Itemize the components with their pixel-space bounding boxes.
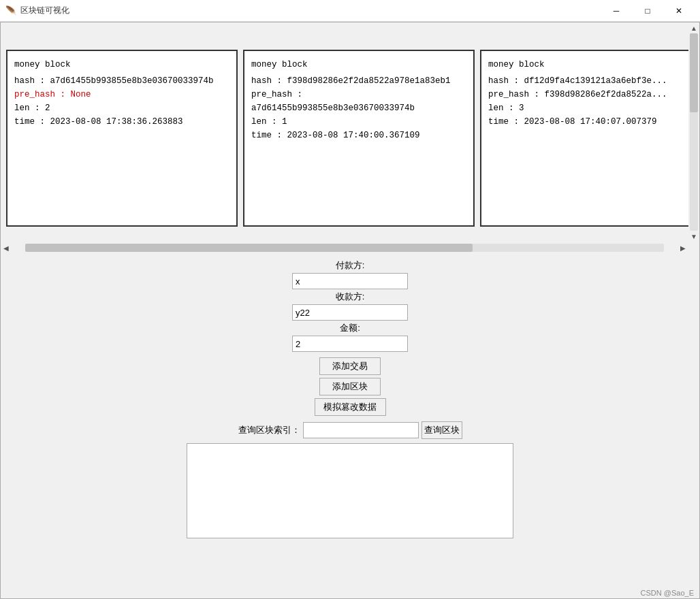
blocks-viewport: money block hash : a7d61455b993855e8b3e0…: [1, 22, 688, 242]
block-card-1: money block hash : f398d98286e2f2da8522a…: [243, 50, 475, 227]
block-title-2: money block: [488, 58, 688, 71]
add-transaction-button[interactable]: 添加交易: [319, 357, 381, 375]
len-label-1: len: [251, 117, 267, 127]
query-label: 查询区块索引：: [238, 424, 300, 436]
scroll-down-arrow[interactable]: ▼: [690, 231, 697, 242]
h-scroll-thumb[interactable]: [25, 244, 473, 252]
block-len-0: len : 2: [14, 101, 229, 115]
blockchain-inner: money block hash : a7d61455b993855e8b3e0…: [1, 22, 688, 240]
time-value-2: 2023-08-08 17:40:07.007379: [524, 117, 657, 127]
block-title-0: money block: [14, 58, 229, 71]
scroll-right-arrow[interactable]: ▶: [678, 244, 688, 252]
payer-row: 付款方:: [292, 259, 408, 289]
footer: CSDN @Sao_E: [1, 587, 699, 598]
hash-value-1: f398d98286e2f2da8522a978e1a83eb1: [287, 76, 451, 86]
maximize-button[interactable]: □: [632, 0, 663, 22]
len-label-2: len: [488, 103, 504, 113]
hash-value-0: a7d61455b993855e8b3e03670033974b: [50, 76, 214, 86]
amount-input[interactable]: [292, 336, 408, 352]
horizontal-scrollbar-row: ◀ ▶: [1, 242, 688, 254]
hash-value-2: df12d9fa4c139121a3a6ebf3e...: [524, 76, 667, 86]
prehash-label-1: pre_hash: [251, 90, 292, 99]
simulate-button[interactable]: 模拟篡改数据: [315, 398, 386, 416]
prehash-value-0: None: [71, 90, 91, 99]
close-button[interactable]: ✕: [663, 0, 695, 22]
query-input[interactable]: [303, 422, 419, 438]
h-scroll-track: [25, 244, 664, 252]
app-icon: 🪶: [5, 5, 16, 16]
payer-label: 付款方:: [336, 259, 365, 272]
blockchain-area: money block hash : a7d61455b993855e8b3e0…: [1, 22, 699, 254]
hash-label-0: hash: [14, 76, 35, 86]
block-title-1: money block: [251, 58, 466, 71]
block-hash-2: hash : df12d9fa4c139121a3a6ebf3e...: [488, 74, 688, 88]
time-label-0: time: [14, 117, 35, 127]
result-area: [187, 443, 513, 538]
scroll-left-arrow[interactable]: ◀: [1, 244, 12, 252]
hash-label-2: hash: [488, 76, 509, 86]
v-scroll-track: [690, 33, 698, 231]
len-value-2: 3: [519, 103, 524, 113]
block-prehash-0: pre_hash : None: [14, 88, 229, 101]
hash-label-1: hash: [251, 76, 272, 86]
block-prehash-1: pre_hash : a7d61455b993855e8b3e036700339…: [251, 88, 466, 115]
prehash-label-2: pre_hash: [488, 90, 529, 99]
block-hash-1: hash : f398d98286e2f2da8522a978e1a83eb1: [251, 74, 466, 88]
footer-text: CSDN @Sao_E: [641, 589, 694, 597]
amount-row: 金额:: [292, 322, 408, 352]
query-button[interactable]: 查询区块: [421, 421, 462, 439]
window-controls: ─ □ ✕: [601, 0, 695, 22]
block-time-2: time : 2023-08-08 17:40:07.007379: [488, 115, 688, 129]
block-prehash-2: pre_hash : f398d98286e2f2da8522a...: [488, 88, 688, 101]
vertical-scrollbar[interactable]: ▲ ▼: [688, 22, 699, 242]
main-content: money block hash : a7d61455b993855e8b3e0…: [1, 22, 699, 598]
len-value-0: 2: [45, 103, 50, 113]
time-label-1: time: [251, 131, 272, 140]
form-section: 付款方: 收款方: 金额: 添加交易 添加区块 模拟篡改数据 查询区块索引： 查…: [1, 254, 699, 587]
title-bar: 🪶 区块链可视化 ─ □ ✕: [0, 0, 700, 22]
prehash-value-1: a7d61455b993855e8b3e03670033974b: [251, 103, 415, 113]
block-hash-0: hash : a7d61455b993855e8b3e03670033974b: [14, 74, 229, 88]
block-time-1: time : 2023-08-08 17:40:00.367109: [251, 129, 466, 142]
v-scroll-thumb[interactable]: [690, 33, 698, 112]
app-title: 区块链可视化: [20, 5, 69, 16]
window-content: money block hash : a7d61455b993855e8b3e0…: [0, 22, 700, 599]
add-block-button[interactable]: 添加区块: [319, 378, 381, 395]
button-row: 添加交易 添加区块 模拟篡改数据: [315, 357, 386, 416]
prehash-label-0: pre_hash: [14, 90, 55, 99]
time-label-2: time: [488, 117, 509, 127]
time-value-0: 2023-08-08 17:38:36.263883: [50, 117, 183, 127]
amount-label: 金额:: [340, 322, 360, 334]
block-time-0: time : 2023-08-08 17:38:36.263883: [14, 115, 229, 129]
len-value-1: 1: [282, 117, 287, 127]
payer-input[interactable]: [292, 273, 408, 289]
payee-input[interactable]: [292, 304, 408, 321]
block-len-1: len : 1: [251, 115, 466, 129]
prehash-value-2: f398d98286e2f2da8522a...: [545, 90, 667, 99]
len-label-0: len: [14, 103, 30, 113]
block-card-2: money block hash : df12d9fa4c139121a3a6e…: [480, 50, 688, 227]
time-value-1: 2023-08-08 17:40:00.367109: [287, 131, 420, 140]
block-card-0: money block hash : a7d61455b993855e8b3e0…: [6, 50, 238, 227]
payee-row: 收款方:: [292, 291, 408, 321]
block-len-2: len : 3: [488, 101, 688, 115]
payee-label: 收款方:: [336, 291, 365, 303]
scroll-up-arrow[interactable]: ▲: [690, 22, 697, 33]
query-row: 查询区块索引： 查询区块: [238, 421, 462, 439]
minimize-button[interactable]: ─: [601, 0, 632, 22]
title-bar-left: 🪶 区块链可视化: [5, 5, 69, 16]
